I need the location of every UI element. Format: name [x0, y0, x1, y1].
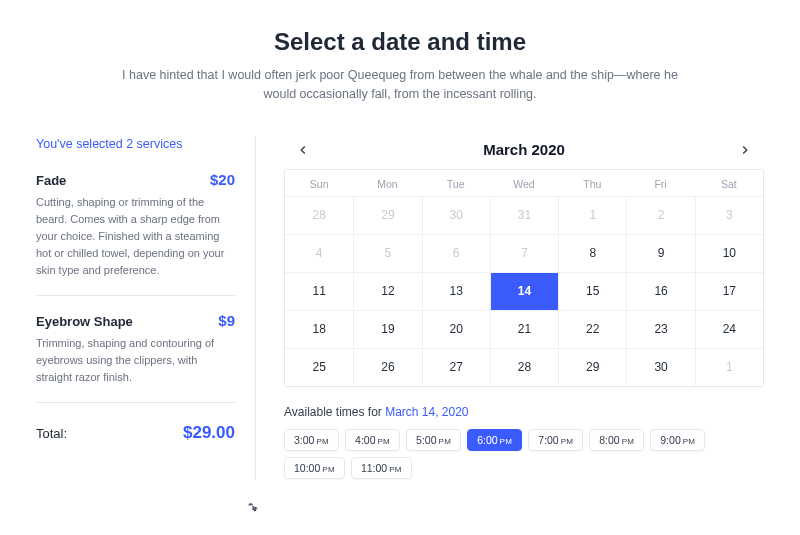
calendar-day[interactable]: 16 — [626, 272, 694, 310]
calendar-day: 1 — [695, 348, 763, 386]
service-name: Eyebrow Shape — [36, 314, 133, 329]
calendar-day[interactable]: 10 — [695, 234, 763, 272]
calendar-day[interactable]: 24 — [695, 310, 763, 348]
calendar-day: 7 — [490, 234, 558, 272]
time-slot[interactable]: 11:00PM — [351, 457, 412, 479]
service-item: Eyebrow Shape $9 Trimming, shaping and c… — [36, 312, 235, 403]
calendar-day[interactable]: 19 — [353, 310, 421, 348]
day-of-week-header: Thu — [558, 170, 626, 196]
day-of-week-header: Sat — [695, 170, 763, 196]
calendar-day[interactable]: 12 — [353, 272, 421, 310]
total-row: Total: $29.00 — [36, 419, 235, 443]
calendar-day: 31 — [490, 196, 558, 234]
time-slot[interactable]: 3:00PM — [284, 429, 339, 451]
calendar-day[interactable]: 26 — [353, 348, 421, 386]
calendar-day: 29 — [353, 196, 421, 234]
service-desc: Cutting, shaping or trimming of the bear… — [36, 194, 235, 279]
calendar-grid: SunMonTueWedThuFriSat2829303112345678910… — [284, 169, 764, 387]
day-of-week-header: Sun — [285, 170, 353, 196]
calendar-day[interactable]: 27 — [422, 348, 490, 386]
day-of-week-header: Mon — [353, 170, 421, 196]
calendar-day[interactable]: 11 — [285, 272, 353, 310]
calendar-day: 3 — [695, 196, 763, 234]
time-slot[interactable]: 6:00PM — [467, 429, 522, 451]
service-item: Fade $20 Cutting, shaping or trimming of… — [36, 171, 235, 296]
calendar-day: 30 — [422, 196, 490, 234]
total-value: $29.00 — [183, 423, 235, 443]
calendar-day[interactable]: 23 — [626, 310, 694, 348]
calendar-day[interactable]: 15 — [558, 272, 626, 310]
calendar-day[interactable]: 22 — [558, 310, 626, 348]
time-slot[interactable]: 8:00PM — [589, 429, 644, 451]
calendar-day[interactable]: 20 — [422, 310, 490, 348]
calendar-day[interactable]: 30 — [626, 348, 694, 386]
time-slot[interactable]: 7:00PM — [528, 429, 583, 451]
available-times-label: Available times for March 14, 2020 — [284, 405, 764, 419]
calendar-day[interactable]: 18 — [285, 310, 353, 348]
service-price: $9 — [218, 312, 235, 329]
time-slot[interactable]: 10:00PM — [284, 457, 345, 479]
calendar-day[interactable]: 25 — [285, 348, 353, 386]
month-label: March 2020 — [483, 141, 565, 158]
calendar-day: 4 — [285, 234, 353, 272]
page-subtitle: I have hinted that I would often jerk po… — [120, 66, 680, 105]
cursor-icon — [246, 502, 260, 520]
calendar-day[interactable]: 14 — [490, 272, 558, 310]
calendar-day[interactable]: 17 — [695, 272, 763, 310]
time-slot-row: 3:00PM4:00PM5:00PM6:00PM7:00PM8:00PM9:00… — [284, 429, 764, 479]
summary-label: You've selected 2 services — [36, 137, 235, 151]
calendar-day: 5 — [353, 234, 421, 272]
calendar-day[interactable]: 13 — [422, 272, 490, 310]
calendar-day: 2 — [626, 196, 694, 234]
service-desc: Trimming, shaping and contouring of eyeb… — [36, 335, 235, 386]
time-slot[interactable]: 5:00PM — [406, 429, 461, 451]
service-price: $20 — [210, 171, 235, 188]
next-month-button[interactable] — [732, 137, 758, 163]
day-of-week-header: Wed — [490, 170, 558, 196]
day-of-week-header: Tue — [422, 170, 490, 196]
prev-month-button[interactable] — [290, 137, 316, 163]
calendar-day[interactable]: 29 — [558, 348, 626, 386]
services-summary: You've selected 2 services Fade $20 Cutt… — [36, 137, 256, 479]
calendar-day: 28 — [285, 196, 353, 234]
time-slot[interactable]: 9:00PM — [650, 429, 705, 451]
calendar-day: 6 — [422, 234, 490, 272]
calendar-day[interactable]: 8 — [558, 234, 626, 272]
calendar-day[interactable]: 9 — [626, 234, 694, 272]
calendar-day: 1 — [558, 196, 626, 234]
calendar-day[interactable]: 21 — [490, 310, 558, 348]
page-title: Select a date and time — [120, 28, 680, 56]
calendar-day[interactable]: 28 — [490, 348, 558, 386]
total-label: Total: — [36, 426, 67, 441]
day-of-week-header: Fri — [626, 170, 694, 196]
service-name: Fade — [36, 173, 66, 188]
time-slot[interactable]: 4:00PM — [345, 429, 400, 451]
